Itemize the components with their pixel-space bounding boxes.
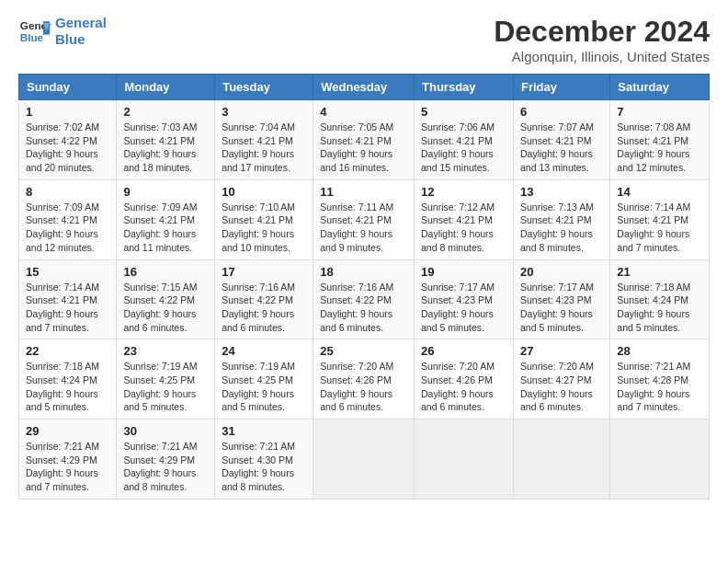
calendar-cell: 6Sunrise: 7:07 AMSunset: 4:21 PMDaylight… [513,100,609,180]
day-info: Sunrise: 7:18 AMSunset: 4:24 PMDaylight:… [617,281,702,335]
day-number: 29 [26,424,109,438]
day-number: 17 [222,265,306,279]
logo-icon: General Blue [18,15,51,48]
logo-general: General [55,15,107,30]
calendar-cell [415,419,514,500]
day-info: Sunrise: 7:20 AMSunset: 4:26 PMDaylight:… [320,360,407,414]
day-number: 12 [421,185,506,199]
day-number: 25 [320,344,407,358]
calendar-cell: 1Sunrise: 7:02 AMSunset: 4:22 PMDaylight… [19,100,117,180]
day-number: 3 [222,105,306,119]
day-info: Sunrise: 7:14 AMSunset: 4:21 PMDaylight:… [26,281,109,335]
day-number: 23 [123,344,208,358]
calendar-cell: 21Sunrise: 7:18 AMSunset: 4:24 PMDayligh… [610,259,710,339]
calendar-week-row: 22Sunrise: 7:18 AMSunset: 4:24 PMDayligh… [19,339,710,419]
logo: General Blue General Blue [18,15,107,48]
day-info: Sunrise: 7:21 AMSunset: 4:29 PMDaylight:… [26,440,109,494]
calendar-cell: 19Sunrise: 7:17 AMSunset: 4:23 PMDayligh… [415,259,514,339]
day-number: 5 [421,105,506,119]
day-info: Sunrise: 7:09 AMSunset: 4:21 PMDaylight:… [123,201,208,255]
day-info: Sunrise: 7:20 AMSunset: 4:27 PMDaylight:… [520,360,603,414]
day-info: Sunrise: 7:18 AMSunset: 4:24 PMDaylight:… [26,360,109,414]
day-number: 31 [222,424,306,438]
day-number: 4 [320,105,407,119]
day-number: 28 [617,344,702,358]
calendar-cell: 23Sunrise: 7:19 AMSunset: 4:25 PMDayligh… [117,339,215,419]
day-info: Sunrise: 7:19 AMSunset: 4:25 PMDaylight:… [222,360,306,414]
calendar-cell: 13Sunrise: 7:13 AMSunset: 4:21 PMDayligh… [513,179,609,259]
day-info: Sunrise: 7:15 AMSunset: 4:22 PMDaylight:… [123,281,208,335]
day-info: Sunrise: 7:09 AMSunset: 4:21 PMDaylight:… [26,201,109,255]
day-number: 26 [421,344,506,358]
day-info: Sunrise: 7:14 AMSunset: 4:21 PMDaylight:… [617,201,702,255]
calendar-cell: 24Sunrise: 7:19 AMSunset: 4:25 PMDayligh… [215,339,313,419]
calendar-table: SundayMondayTuesdayWednesdayThursdayFrid… [18,74,710,500]
day-number: 10 [222,185,306,199]
logo-text: General Blue [55,15,107,48]
day-number: 14 [617,185,702,199]
day-number: 9 [123,185,208,199]
day-info: Sunrise: 7:17 AMSunset: 4:23 PMDaylight:… [520,281,603,335]
day-number: 22 [26,344,109,358]
weekday-header: Wednesday [313,75,415,100]
day-info: Sunrise: 7:21 AMSunset: 4:29 PMDaylight:… [123,440,208,494]
logo-blue: Blue [55,31,85,47]
weekday-header: Saturday [610,75,710,100]
day-number: 15 [26,265,109,279]
calendar-cell: 16Sunrise: 7:15 AMSunset: 4:22 PMDayligh… [117,259,215,339]
calendar-cell: 3Sunrise: 7:04 AMSunset: 4:21 PMDaylight… [215,100,313,180]
day-number: 2 [123,105,208,119]
day-number: 21 [617,265,702,279]
calendar-cell: 28Sunrise: 7:21 AMSunset: 4:28 PMDayligh… [610,339,710,419]
calendar-cell: 29Sunrise: 7:21 AMSunset: 4:29 PMDayligh… [19,419,117,500]
day-number: 27 [520,344,603,358]
day-number: 18 [320,265,407,279]
day-info: Sunrise: 7:13 AMSunset: 4:21 PMDaylight:… [520,201,603,255]
day-number: 30 [123,424,208,438]
day-info: Sunrise: 7:10 AMSunset: 4:21 PMDaylight:… [222,201,306,255]
calendar-cell: 31Sunrise: 7:21 AMSunset: 4:30 PMDayligh… [215,419,313,500]
calendar-cell: 12Sunrise: 7:12 AMSunset: 4:21 PMDayligh… [415,179,514,259]
calendar-week-row: 15Sunrise: 7:14 AMSunset: 4:21 PMDayligh… [19,259,710,339]
calendar-cell: 11Sunrise: 7:11 AMSunset: 4:21 PMDayligh… [313,179,415,259]
day-info: Sunrise: 7:17 AMSunset: 4:23 PMDaylight:… [421,281,506,335]
calendar-cell: 5Sunrise: 7:06 AMSunset: 4:21 PMDaylight… [415,100,514,180]
calendar-cell: 2Sunrise: 7:03 AMSunset: 4:21 PMDaylight… [117,100,215,180]
day-info: Sunrise: 7:11 AMSunset: 4:21 PMDaylight:… [320,201,407,255]
title-area: December 2024 Algonquin, Illinois, Unite… [494,15,710,64]
weekday-header: Thursday [415,75,514,100]
day-info: Sunrise: 7:05 AMSunset: 4:21 PMDaylight:… [320,121,407,175]
calendar-cell: 27Sunrise: 7:20 AMSunset: 4:27 PMDayligh… [513,339,609,419]
day-info: Sunrise: 7:19 AMSunset: 4:25 PMDaylight:… [123,360,208,414]
calendar-cell: 4Sunrise: 7:05 AMSunset: 4:21 PMDaylight… [313,100,415,180]
calendar-cell: 18Sunrise: 7:16 AMSunset: 4:22 PMDayligh… [313,259,415,339]
svg-text:Blue: Blue [20,31,44,43]
calendar-week-row: 29Sunrise: 7:21 AMSunset: 4:29 PMDayligh… [19,419,710,500]
page-subtitle: Algonquin, Illinois, United States [494,49,710,64]
calendar-cell: 7Sunrise: 7:08 AMSunset: 4:21 PMDaylight… [610,100,710,180]
day-info: Sunrise: 7:03 AMSunset: 4:21 PMDaylight:… [123,121,208,175]
calendar-cell [313,419,415,500]
day-number: 7 [617,105,702,119]
calendar-cell [513,419,609,500]
day-number: 11 [320,185,407,199]
calendar-cell: 26Sunrise: 7:20 AMSunset: 4:26 PMDayligh… [415,339,514,419]
day-info: Sunrise: 7:02 AMSunset: 4:22 PMDaylight:… [26,121,109,175]
day-number: 1 [26,105,109,119]
day-number: 20 [520,265,603,279]
weekday-header: Monday [117,75,215,100]
calendar-cell: 14Sunrise: 7:14 AMSunset: 4:21 PMDayligh… [610,179,710,259]
weekday-header: Sunday [19,75,117,100]
day-number: 16 [123,265,208,279]
page-header: General Blue General Blue December 2024 … [18,15,710,64]
day-number: 6 [520,105,603,119]
day-info: Sunrise: 7:16 AMSunset: 4:22 PMDaylight:… [222,281,306,335]
day-info: Sunrise: 7:07 AMSunset: 4:21 PMDaylight:… [520,121,603,175]
day-number: 24 [222,344,306,358]
day-info: Sunrise: 7:06 AMSunset: 4:21 PMDaylight:… [421,121,506,175]
calendar-cell: 10Sunrise: 7:10 AMSunset: 4:21 PMDayligh… [215,179,313,259]
page-title: December 2024 [494,15,710,49]
day-info: Sunrise: 7:04 AMSunset: 4:21 PMDaylight:… [222,121,306,175]
day-info: Sunrise: 7:16 AMSunset: 4:22 PMDaylight:… [320,281,407,335]
calendar-cell: 8Sunrise: 7:09 AMSunset: 4:21 PMDaylight… [19,179,117,259]
